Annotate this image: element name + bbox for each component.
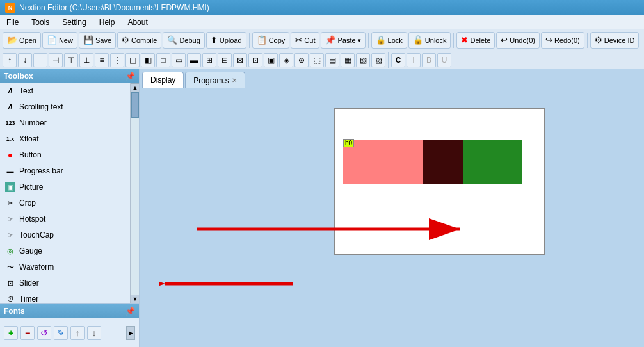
toolbox-item-progress-bar[interactable]: ▬ Progress bar [0, 163, 130, 179]
align-btn-3[interactable]: ⊢ [33, 53, 47, 67]
toolbox-item-button[interactable]: ● Button [0, 147, 130, 163]
toolbox-item-gauge[interactable]: ◎ Gauge [0, 243, 130, 259]
font-down-button[interactable]: ↓ [87, 326, 101, 340]
new-icon: 📄 [47, 35, 57, 45]
upload-button[interactable]: ⬆ Upload [206, 32, 246, 49]
tab-display[interactable]: Display [142, 72, 184, 88]
text-format-c[interactable]: C [391, 53, 405, 67]
separator-tb2 [388, 52, 389, 68]
tab-program[interactable]: Program.s ✕ [185, 72, 245, 88]
text-format-b[interactable]: B [422, 53, 436, 67]
align-btn-7[interactable]: ≡ [95, 53, 109, 67]
grid-btn-3[interactable]: ⊠ [233, 53, 247, 67]
scrolling-text-icon: A [5, 102, 15, 112]
toolbox-item-scrolling-text[interactable]: A Scrolling text [0, 99, 130, 115]
unlock-button[interactable]: 🔓 Unlock [408, 32, 451, 49]
font-up-button[interactable]: ↑ [70, 326, 85, 340]
toolbox-item-waveform[interactable]: 〜 Waveform [0, 259, 130, 275]
cut-button[interactable]: ✂ Cut [291, 32, 319, 49]
scroll-thumb[interactable] [131, 92, 139, 118]
unlock-icon: 🔓 [413, 35, 423, 45]
toolbar2: ↑ ↓ ⊢ ⊣ ⊤ ⊥ ≡ ⋮ ◫ ◧ □ ▭ ▬ ⊞ ⊟ ⊠ ⊡ ▣ ◈ ⊛ … [0, 51, 644, 69]
lock-button[interactable]: 🔒 Lock [371, 32, 407, 49]
grid-btn-6[interactable]: ◈ [279, 53, 293, 67]
grid-btn-4[interactable]: ⊡ [248, 53, 262, 67]
copy-button[interactable]: 📋 Copy [252, 32, 290, 49]
menu-help[interactable]: Help [95, 17, 119, 28]
menu-tools[interactable]: Tools [28, 17, 53, 28]
zoom-btn-4[interactable]: ▧ [356, 53, 370, 67]
paste-button[interactable]: 📌 Paste ▾ [321, 32, 365, 49]
menu-bar: File Tools Setting Help About [0, 15, 644, 29]
menu-setting[interactable]: Setting [58, 17, 90, 28]
canvas-area[interactable]: h0 [140, 88, 644, 347]
delete-icon: ✖ [461, 35, 468, 45]
grid-btn-5[interactable]: ▣ [264, 53, 278, 67]
toolbox-pin-icon: 📌 [125, 72, 135, 81]
scroll-track [131, 92, 139, 295]
font-add-button[interactable]: + [4, 326, 18, 340]
fonts-scroll-right[interactable]: ▶ [126, 326, 135, 340]
toolbox-panel: Toolbox 📌 A Text A Scrolling text 123 Nu… [0, 69, 140, 347]
open-button[interactable]: 📂 Open [3, 32, 41, 49]
zoom-btn-2[interactable]: ▤ [325, 53, 339, 67]
toolbox-item-slider[interactable]: ⊡ Slider [0, 275, 130, 291]
color-block-pink [343, 140, 423, 184]
font-refresh-button[interactable]: ↺ [37, 326, 51, 340]
fonts-pin-icon: 📌 [125, 307, 135, 316]
align-btn-5[interactable]: ⊤ [64, 53, 78, 67]
grid-btn-1[interactable]: ⊞ [202, 53, 216, 67]
text-format-u[interactable]: U [437, 53, 451, 67]
undo-icon: ↩ [501, 35, 508, 45]
device-id-button[interactable]: ⚙ Device ID [590, 32, 640, 49]
size-btn-3[interactable]: □ [156, 53, 170, 67]
scroll-down-arrow[interactable]: ▼ [131, 295, 139, 303]
size-btn-2[interactable]: ◧ [141, 53, 155, 67]
number-icon: 123 [5, 118, 15, 128]
toolbox-item-hotspot[interactable]: ☞ Hotspot [0, 211, 130, 227]
new-button[interactable]: 📄 New [42, 32, 77, 49]
size-btn-5[interactable]: ▬ [187, 53, 201, 67]
toolbox-item-timer[interactable]: ⏱ Timer [0, 291, 130, 303]
toolbox-item-number[interactable]: 123 Number [0, 115, 130, 131]
delete-button[interactable]: ✖ Delete [456, 32, 495, 49]
close-tab-icon[interactable]: ✕ [232, 77, 237, 84]
text-format-i[interactable]: I [407, 53, 421, 67]
size-btn-4[interactable]: ▭ [172, 53, 186, 67]
content-area: Display Program.s ✕ h0 [140, 69, 644, 347]
fonts-header: Fonts 📌 [0, 304, 139, 318]
align-btn-8[interactable]: ⋮ [110, 53, 124, 67]
save-button[interactable]: 💾 Save [79, 32, 116, 49]
redo-button[interactable]: ↪ Redo(0) [541, 32, 584, 49]
toolbox-item-touchcap[interactable]: ☞ TouchCap [0, 227, 130, 243]
align-btn-6[interactable]: ⊥ [79, 53, 93, 67]
h0-widget[interactable]: h0 [343, 140, 522, 184]
cut-icon: ✂ [295, 35, 302, 45]
font-edit-button[interactable]: ✎ [54, 326, 68, 340]
grid-btn-2[interactable]: ⊟ [218, 53, 232, 67]
toolbox-item-crop[interactable]: ✂ Crop [0, 195, 130, 211]
undo-button[interactable]: ↩ Undo(0) [496, 32, 540, 49]
toolbox-list: A Text A Scrolling text 123 Number 1.x X… [0, 83, 130, 303]
menu-file[interactable]: File [3, 17, 22, 28]
toolbox-item-xfloat[interactable]: 1.x Xfloat [0, 131, 130, 147]
align-btn-1[interactable]: ↑ [3, 53, 17, 67]
toolbox-item-text[interactable]: A Text [0, 83, 130, 99]
fonts-toolbar: + − ↺ ✎ ↑ ↓ ▶ [0, 318, 139, 347]
debug-button[interactable]: 🔍 Debug [163, 32, 204, 49]
grid-btn-7[interactable]: ⊛ [294, 53, 309, 67]
toolbox-scrollbar[interactable]: ▲ ▼ [130, 83, 139, 303]
zoom-btn-1[interactable]: ⬚ [310, 53, 324, 67]
scroll-up-arrow[interactable]: ▲ [131, 83, 139, 92]
font-remove-button[interactable]: − [20, 326, 35, 340]
toolbox-item-picture[interactable]: ▣ Picture [0, 179, 130, 195]
align-btn-2[interactable]: ↓ [18, 53, 32, 67]
debug-icon: 🔍 [167, 35, 177, 45]
size-btn-1[interactable]: ◫ [125, 53, 140, 67]
zoom-btn-5[interactable]: ▨ [371, 53, 385, 67]
xfloat-icon: 1.x [5, 134, 15, 144]
zoom-btn-3[interactable]: ▦ [341, 53, 355, 67]
menu-about[interactable]: About [124, 17, 151, 28]
compile-button[interactable]: ⚙ Compile [117, 32, 161, 49]
align-btn-4[interactable]: ⊣ [49, 53, 63, 67]
